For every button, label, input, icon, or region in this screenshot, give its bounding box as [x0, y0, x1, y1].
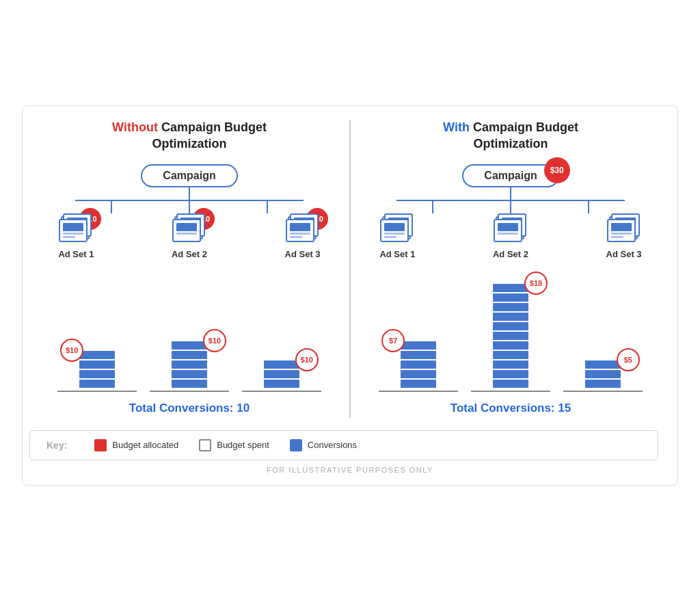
key-item-white: Budget spent: [199, 439, 269, 451]
key-swatch-budget-spent: [199, 439, 211, 451]
right-bar-2-seg11: [493, 380, 528, 388]
left-adset-2-icon: $10: [171, 213, 208, 248]
left-branches: [72, 201, 306, 213]
left-bar-3-badge: $10: [295, 348, 319, 371]
right-adset-2-label: Ad Set 2: [493, 249, 528, 259]
left-campaign-box: Campaign: [141, 164, 237, 187]
right-adset-2-icon: [492, 213, 529, 248]
right-bar-3-seg3: [585, 380, 621, 388]
right-panel: With Campaign BudgetOptimization Campaig…: [351, 120, 671, 418]
left-bars-section: $10 $10: [57, 283, 321, 392]
left-bar-2-baseline: [150, 391, 229, 392]
left-adset-3-icon: $10: [284, 213, 321, 248]
left-bar-1-badge: $10: [60, 339, 83, 362]
right-bar-3-baseline: [563, 391, 643, 392]
right-bar-2-seg6: [493, 332, 528, 340]
left-adcard-3-inner-front: [290, 223, 310, 238]
left-bar-1: $10: [57, 351, 137, 392]
right-adcard-1-inner-front: [384, 223, 405, 238]
right-panel-title: With Campaign BudgetOptimization: [443, 120, 578, 152]
left-adset-3-label: Ad Set 3: [285, 249, 321, 259]
right-title-highlight: With: [443, 120, 470, 134]
left-adcard-2-front: [172, 219, 201, 242]
key-swatch-conversions: [290, 439, 302, 451]
right-adcard-2-screen-front: [498, 223, 518, 231]
left-bar-1-stack: $10: [79, 351, 115, 388]
left-bar-2-seg5: [172, 380, 207, 388]
right-tree: Campaign $30: [364, 164, 657, 270]
right-adcard-3-inner-front: [611, 223, 632, 238]
left-bar-3-baseline: [242, 391, 321, 392]
right-adset-1-icon: [379, 213, 416, 248]
right-bar-2-seg2: [493, 293, 528, 302]
right-bar-2-seg8: [493, 351, 528, 359]
right-adcard-3-front: [607, 219, 636, 242]
left-bar-2-seg4: [172, 370, 207, 378]
right-bar-2-baseline: [471, 391, 550, 392]
left-adset-3: $10 Ad Set 3: [284, 213, 321, 259]
right-adcard-1-screen-front: [384, 223, 405, 231]
right-bar-1-baseline: [379, 391, 458, 392]
left-tree: Campaign: [43, 164, 336, 270]
left-adcard-1-screen-front: [63, 223, 83, 231]
right-bar-2-seg1: [493, 284, 528, 292]
left-bar-2-seg3: [172, 360, 207, 369]
left-total-conversions: Total Conversions: 10: [129, 402, 250, 415]
right-bar-2-seg7: [493, 341, 528, 350]
left-bar-2-stack: $10: [172, 341, 207, 388]
right-bar-1: $7: [379, 341, 458, 392]
right-bar-2: $18: [471, 284, 550, 392]
left-adcard-3-line-front: [290, 233, 310, 235]
right-adcard-3-line-front: [611, 233, 632, 235]
right-adset-3: Ad Set 3: [606, 213, 643, 259]
right-campaign-box: Campaign $30: [462, 164, 558, 187]
left-adset-1-icon: $10: [57, 213, 94, 248]
left-adcard-1-front: [59, 219, 88, 242]
right-branch-line-3: [588, 201, 589, 213]
key-swatch-budget-allocated: [94, 439, 107, 451]
left-branch-2: [150, 201, 228, 213]
left-bar-2: $10: [150, 341, 229, 392]
right-bar-2-seg4: [493, 313, 528, 321]
left-adset-1: $10 Ad Set 1: [57, 213, 94, 259]
right-adcard-1-line2-front: [384, 236, 396, 238]
right-bar-1-seg5: [401, 380, 436, 388]
left-bar-3-seg3: [264, 380, 299, 388]
left-adcard-1-line2-front: [63, 236, 75, 238]
left-title-highlight: Without: [112, 120, 158, 134]
left-adcard-3-front: [286, 219, 314, 242]
left-bar-2-badge: $10: [203, 329, 226, 352]
illustrative-note: FOR ILLUSTRATIVE PURPOSES ONLY: [29, 466, 671, 474]
right-bar-2-stack: $18: [493, 284, 528, 388]
left-bar-2-seg1: [172, 341, 207, 350]
right-branch-1: [394, 201, 472, 213]
key-text-conversions: Conversions: [308, 440, 357, 450]
right-bar-1-seg4: [401, 370, 436, 378]
left-bar-1-seg3: [79, 370, 115, 378]
right-bar-3-seg2: [585, 370, 621, 378]
right-bar-1-seg2: [401, 351, 436, 359]
right-bar-1-badge: $7: [381, 329, 405, 352]
right-adcard-2-line-front: [498, 233, 518, 235]
right-adset-3-label: Ad Set 3: [606, 249, 642, 259]
right-adsets-row: Ad Set 1: [379, 213, 642, 259]
right-campaign-label: Campaign: [484, 170, 537, 181]
right-total-conversions: Total Conversions: 15: [450, 402, 571, 415]
right-bar-2-seg10: [493, 370, 528, 378]
right-bar-1-stack: $7: [401, 341, 436, 388]
left-adset-2-label: Ad Set 2: [172, 249, 207, 259]
key-label: Key:: [46, 440, 67, 451]
left-branch-3: [228, 201, 306, 213]
left-adset-2: $10 Ad Set 2: [171, 213, 208, 259]
left-adcard-1-inner-front: [63, 223, 83, 238]
left-adcard-2-screen-front: [176, 223, 197, 231]
right-bar-3: $5: [563, 360, 643, 392]
left-bar-2-seg2: [172, 351, 207, 359]
left-panel: Without Campaign BudgetOptimization Camp…: [29, 120, 351, 418]
right-branch-3: [550, 201, 628, 213]
left-bar-3: $10: [242, 360, 321, 392]
left-adcard-2-inner-front: [176, 223, 197, 238]
left-bar-3-seg1: [264, 360, 299, 369]
left-panel-title: Without Campaign BudgetOptimization: [112, 120, 267, 152]
right-bar-1-seg3: [401, 360, 436, 369]
